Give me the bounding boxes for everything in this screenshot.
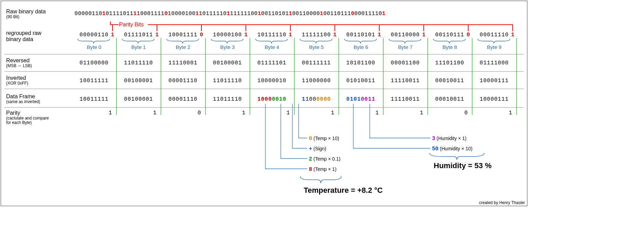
brace-byte-8 bbox=[432, 38, 466, 44]
parity-calc-1: 1 bbox=[150, 110, 160, 116]
parity-calc-0: 1 bbox=[105, 110, 116, 116]
label-regrouped-sub: binary data bbox=[6, 36, 71, 42]
parity-calc-5: 1 bbox=[328, 110, 338, 116]
parity-calc-2: 0 bbox=[194, 110, 205, 116]
dataframe-byte-3: 11011110 bbox=[208, 96, 247, 102]
green-separator-9 bbox=[516, 38, 517, 115]
regrouped-byte-4: 10111110 bbox=[252, 32, 291, 38]
inverted-byte-0: 10011111 bbox=[75, 78, 114, 84]
byte-label-4: Byte 4 bbox=[252, 44, 291, 50]
parity-bit-4: 1 bbox=[287, 32, 293, 38]
label-dataframe-sub: (same as inverted) bbox=[6, 100, 71, 104]
annot-hum-x10: 50 (Humidity × 10) bbox=[432, 146, 472, 152]
green-separator-5 bbox=[339, 38, 339, 115]
parity-calc-3: 1 bbox=[239, 110, 249, 116]
reversed-byte-7: 00001100 bbox=[386, 60, 425, 66]
humidity-result: Humidity = 53 % bbox=[434, 161, 491, 170]
parity-bit-6: 1 bbox=[376, 32, 382, 38]
brace-byte-4 bbox=[254, 38, 289, 44]
reversed-byte-9: 01111000 bbox=[475, 60, 514, 66]
byte-label-1: Byte 1 bbox=[119, 44, 158, 50]
temperature-result: Temperature = +8.2 °C bbox=[304, 186, 383, 195]
byte-label-2: Byte 2 bbox=[163, 44, 202, 50]
reversed-byte-6: 10101100 bbox=[341, 60, 380, 66]
reversed-byte-5: 00111111 bbox=[297, 60, 336, 66]
green-separator-4 bbox=[294, 38, 294, 115]
byte-label-8: Byte 8 bbox=[430, 44, 469, 50]
regrouped-byte-5: 11111100 bbox=[297, 32, 336, 38]
byte-label-9: Byte 9 bbox=[475, 44, 514, 50]
label-parity-sub: (caclulate and compare for each Byte) bbox=[6, 116, 71, 125]
label-regrouped-title: regrouped raw bbox=[6, 30, 41, 36]
label-inverted-title: Inverted bbox=[6, 75, 26, 81]
parity-calc-8: 0 bbox=[461, 110, 471, 116]
hr-4 bbox=[4, 107, 524, 108]
green-separator-2 bbox=[205, 38, 206, 115]
brace-humidity bbox=[428, 152, 486, 162]
byte-label-6: Byte 6 bbox=[341, 44, 380, 50]
dataframe-byte-6: 01010011 bbox=[341, 96, 380, 102]
annot-temp-x10: 0 (Temp × 10) bbox=[309, 136, 339, 142]
inverted-byte-6: 01010011 bbox=[341, 78, 380, 84]
label-raw-title: Raw binary data bbox=[6, 9, 46, 14]
label-raw-sub: (90 Bit) bbox=[6, 15, 71, 19]
regrouped-byte-3: 10000100 bbox=[208, 32, 247, 38]
dataframe-byte-5: 11000000 bbox=[297, 96, 336, 102]
regrouped-byte-8: 00110111 bbox=[430, 32, 469, 38]
brace-byte-5 bbox=[299, 38, 333, 44]
parity-calc-6: 1 bbox=[372, 110, 382, 116]
dataframe-byte-9: 10000111 bbox=[475, 96, 514, 102]
parity-bit-1: 1 bbox=[154, 32, 160, 38]
byte-label-3: Byte 3 bbox=[208, 44, 247, 50]
regrouped-byte-0: 00000110 bbox=[75, 32, 114, 38]
parity-bit-2: 0 bbox=[198, 32, 205, 38]
byte-label-0: Byte 0 bbox=[75, 44, 114, 50]
brace-byte-7 bbox=[388, 38, 422, 44]
green-separator-0 bbox=[116, 38, 117, 115]
parity-calc-9: 1 bbox=[505, 110, 516, 116]
annot-hum-x1: 3 (Humidity × 1) bbox=[432, 136, 466, 142]
label-inverted-sub: (XOR 0xFF) bbox=[6, 81, 71, 86]
inverted-byte-7: 11110011 bbox=[386, 78, 425, 84]
green-separator-7 bbox=[428, 38, 428, 115]
parity-bit-9: 1 bbox=[510, 32, 516, 38]
regrouped-byte-6: 00110101 bbox=[341, 32, 380, 38]
hr-2 bbox=[4, 71, 524, 72]
inverted-byte-1: 00100001 bbox=[119, 78, 158, 84]
dataframe-byte-0: 10011111 bbox=[75, 96, 114, 102]
reversed-byte-8: 11101100 bbox=[430, 60, 469, 66]
annot-sign: + (Sign) bbox=[309, 146, 326, 152]
brace-byte-9 bbox=[477, 38, 511, 44]
label-inverted: Inverted (XOR 0xFF) bbox=[6, 75, 71, 86]
regrouped-byte-2: 10001111 bbox=[163, 32, 202, 38]
parity-bits-label: Parity Bits bbox=[119, 22, 144, 28]
parity-calc-4: 1 bbox=[283, 110, 293, 116]
brace-byte-6 bbox=[343, 38, 378, 44]
byte-label-5: Byte 5 bbox=[297, 44, 336, 50]
reversed-byte-2: 11110001 bbox=[163, 60, 202, 66]
byte-label-7: Byte 7 bbox=[386, 44, 425, 50]
annot-temp-x01: 2 (Temp × 0.1) bbox=[309, 156, 340, 162]
green-separator-1 bbox=[161, 38, 161, 115]
label-reversed-title: Reversed bbox=[6, 58, 29, 63]
label-reversed: Reversed (MSB ↔ LSB) bbox=[6, 58, 71, 68]
inverted-byte-5: 11000000 bbox=[297, 78, 336, 84]
inverted-byte-3: 11011110 bbox=[208, 78, 247, 84]
parity-bit-3: 1 bbox=[243, 32, 249, 38]
reversed-byte-3: 00100001 bbox=[208, 60, 247, 66]
dataframe-byte-2: 00001110 bbox=[163, 96, 202, 102]
label-dataframe: Data Frame (same as inverted) bbox=[6, 93, 71, 104]
reversed-byte-0: 01100000 bbox=[75, 60, 114, 66]
dataframe-byte-4: 10000010 bbox=[252, 96, 291, 102]
label-parity-title: Parity bbox=[6, 110, 20, 116]
brace-byte-1 bbox=[121, 38, 155, 44]
inverted-byte-8: 00010011 bbox=[430, 78, 469, 84]
parity-bit-5: 1 bbox=[332, 32, 338, 38]
diagram-canvas: Raw binary data (90 Bit) 000001101011110… bbox=[1, 1, 527, 206]
parity-bit-8: 0 bbox=[465, 32, 471, 38]
green-separator-6 bbox=[383, 38, 383, 115]
parity-calc-7: 1 bbox=[417, 110, 427, 116]
regrouped-byte-7: 00110000 bbox=[386, 32, 425, 38]
credit: created by Henry Thasler bbox=[479, 200, 525, 205]
label-reversed-sub: (MSB ↔ LSB) bbox=[6, 64, 71, 68]
